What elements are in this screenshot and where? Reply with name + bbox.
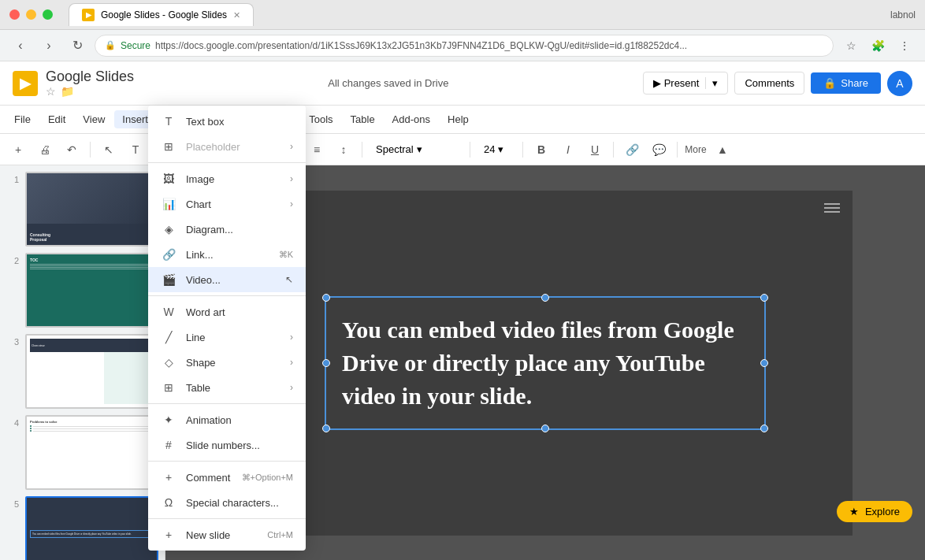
special-chars-label: Special characters...: [186, 497, 293, 509]
close-button[interactable]: [9, 9, 20, 20]
wordart-label: Word art: [186, 306, 293, 318]
slide-preview-5[interactable]: You can embed video files from Google Dr…: [25, 496, 158, 560]
lock-icon: 🔒: [823, 77, 836, 89]
handle-top-left[interactable]: [322, 294, 330, 302]
insert-shape[interactable]: ◇ Shape ›: [148, 350, 306, 375]
tab-close-icon[interactable]: ✕: [233, 10, 240, 20]
insert-placeholder[interactable]: ⊞ Placeholder ›: [148, 134, 306, 159]
slide-preview-4[interactable]: Problems to solve: [25, 415, 158, 490]
share-button[interactable]: 🔒 Share: [811, 72, 881, 94]
comments-button[interactable]: Comments: [734, 72, 804, 95]
font-size-selector[interactable]: 24 ▾: [477, 140, 516, 158]
present-button[interactable]: ▶ Present ▾: [643, 72, 729, 95]
present-label: Present: [664, 77, 700, 89]
header-actions: ▶ Present ▾ Comments 🔒 Share A: [643, 71, 912, 96]
slide-preview-1[interactable]: ConsultingProposal: [25, 172, 158, 247]
extensions-icon[interactable]: 🧩: [867, 35, 889, 57]
present-icon: ▶: [653, 77, 661, 89]
insert-animation[interactable]: ✦ Animation: [148, 407, 306, 432]
line-height-button[interactable]: ↕: [332, 138, 355, 161]
bold-button[interactable]: B: [529, 138, 553, 161]
insert-special-chars[interactable]: Ω Special characters...: [148, 490, 306, 515]
handle-mid-left[interactable]: [322, 359, 330, 367]
new-slide-icon: +: [161, 527, 176, 543]
url-bar[interactable]: 🔒 Secure https://docs.google.com/present…: [95, 35, 834, 57]
forward-button[interactable]: ›: [38, 35, 60, 57]
comment-icon: +: [161, 469, 176, 485]
insert-video[interactable]: 🎬 Video... ↖: [148, 267, 306, 292]
menu-help[interactable]: Help: [440, 110, 477, 128]
undo-button[interactable]: +: [6, 138, 30, 161]
menu-divider-2: [148, 295, 306, 296]
browser-tab[interactable]: ▶ Google Slides - Google Slides ✕: [69, 3, 254, 26]
image-label: Image: [186, 173, 280, 185]
folder-icon[interactable]: 📁: [61, 85, 74, 98]
insert-wordart[interactable]: W Word art: [148, 299, 306, 325]
hamburger-line-1: [824, 203, 840, 205]
slide-thumb-5: 5 You can embed video files from Google …: [6, 496, 158, 560]
slide-numbers-icon: #: [161, 437, 176, 453]
menu-edit[interactable]: Edit: [40, 110, 73, 128]
insert-chart[interactable]: 📊 Chart ›: [148, 191, 306, 217]
print-button[interactable]: 🖨: [33, 138, 57, 161]
insert-diagram[interactable]: ◈ Diagram...: [148, 217, 306, 242]
insert-link[interactable]: 🔗 Link... ⌘K: [148, 242, 306, 267]
menu-divider-1: [148, 162, 306, 163]
handle-bot-center[interactable]: [541, 425, 549, 432]
text-tool[interactable]: T: [124, 138, 147, 161]
font-name-label: Spectral: [376, 143, 414, 155]
handle-top-center[interactable]: [541, 294, 549, 302]
star-icon[interactable]: ☆: [46, 85, 56, 98]
title-bar: ▶ Google Slides - Google Slides ✕ labnol: [0, 0, 925, 30]
menu-tools[interactable]: Tools: [301, 110, 340, 128]
font-selector[interactable]: Spectral ▾: [369, 140, 463, 158]
menu-table[interactable]: Table: [343, 110, 383, 128]
toolbar-divider-4: [362, 142, 362, 158]
diagram-icon: ◈: [161, 221, 176, 237]
refresh-button[interactable]: ↻: [66, 35, 88, 57]
bookmark-icon[interactable]: ☆: [840, 35, 862, 57]
slide-text-box[interactable]: You can embed video files from Google Dr…: [325, 296, 766, 430]
slide-preview-2[interactable]: TOC: [25, 253, 158, 328]
slide-thumb-3: 3 Overview: [6, 334, 158, 409]
minimize-button[interactable]: [26, 9, 36, 20]
insert-textbox[interactable]: T Text box: [148, 109, 306, 134]
menu-icon[interactable]: ⋮: [893, 35, 916, 57]
diagram-label: Diagram...: [186, 224, 293, 235]
collapse-toolbar-button[interactable]: ▲: [711, 138, 734, 161]
handle-bot-right[interactable]: [760, 425, 768, 432]
redo-button[interactable]: ↶: [60, 138, 84, 161]
cursor-tool[interactable]: ↖: [97, 138, 121, 161]
explore-button[interactable]: ★ Explore: [837, 501, 912, 522]
toolbar-divider-1: [90, 142, 91, 158]
insert-comment[interactable]: + Comment ⌘+Option+M: [148, 465, 306, 490]
insert-line[interactable]: ╱ Line ›: [148, 325, 306, 350]
menu-view[interactable]: View: [75, 110, 113, 128]
handle-mid-right[interactable]: [760, 359, 768, 367]
align-button[interactable]: ≡: [305, 138, 329, 161]
insert-new-slide[interactable]: + New slide Ctrl+M: [148, 522, 306, 547]
slide-main-text: You can embed video files from Google Dr…: [342, 313, 749, 413]
maximize-button[interactable]: [43, 9, 53, 20]
handle-top-right[interactable]: [760, 294, 768, 302]
more-button[interactable]: More: [684, 138, 708, 161]
user-avatar[interactable]: A: [887, 71, 912, 96]
back-button[interactable]: ‹: [9, 35, 32, 57]
insert-table[interactable]: ⊞ Table ›: [148, 375, 306, 400]
tab-bar: ▶ Google Slides - Google Slides ✕: [69, 3, 254, 26]
italic-button[interactable]: I: [556, 138, 580, 161]
slide-preview-3[interactable]: Overview: [25, 334, 158, 409]
menu-file[interactable]: File: [6, 110, 39, 128]
insert-slide-numbers[interactable]: # Slide numbers...: [148, 432, 306, 458]
comment-button[interactable]: 💬: [647, 138, 671, 161]
underline-button[interactable]: U: [583, 138, 607, 161]
title-area: Google Slides ☆ 📁: [46, 69, 134, 98]
present-dropdown-icon[interactable]: ▾: [705, 77, 718, 89]
handle-bot-left[interactable]: [322, 425, 330, 432]
secure-label: Secure: [121, 40, 150, 51]
insert-image[interactable]: 🖼 Image ›: [148, 166, 306, 191]
menu-divider-4: [148, 461, 306, 462]
link-button[interactable]: 🔗: [620, 138, 644, 161]
placeholder-icon: ⊞: [161, 139, 176, 154]
menu-addons[interactable]: Add-ons: [384, 110, 438, 128]
